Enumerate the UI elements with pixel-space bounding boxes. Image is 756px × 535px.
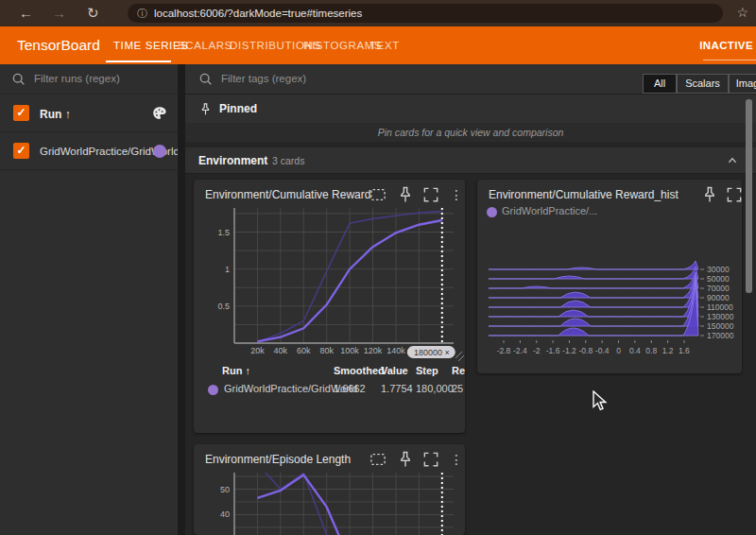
runs-column-label[interactable]: Run ↑ xyxy=(40,108,71,121)
svg-text:0: 0 xyxy=(616,346,621,355)
svg-text:50: 50 xyxy=(220,485,230,494)
select-all-checkbox[interactable]: ✓ xyxy=(13,105,29,121)
tensorboard-header: TensorBoard TIME SERIES SCALARS DISTRIBU… xyxy=(0,26,756,64)
environment-section-header[interactable]: Environment 3 cards xyxy=(185,147,756,174)
svg-text:30000: 30000 xyxy=(707,265,730,274)
card-title: Environment/Episode Length xyxy=(205,453,351,466)
pin-icon[interactable] xyxy=(396,450,415,469)
more-options-icon[interactable]: ⋮ xyxy=(447,450,466,469)
section-title: Environment xyxy=(198,154,267,167)
mouse-cursor xyxy=(593,390,608,411)
browser-toolbar: ← → ↻ ⓘlocalhost:6006/?darkMode=true#tim… xyxy=(0,0,756,26)
runs-filter-row: Filter runs (regex) xyxy=(0,64,178,95)
svg-text:-1.2: -1.2 xyxy=(562,346,576,355)
svg-text:0.8: 0.8 xyxy=(645,346,657,355)
tag-filter-input[interactable]: Filter tags (regex) xyxy=(221,73,306,84)
run-list-item[interactable]: ✓ GridWorldPractice/GridWorld xyxy=(0,132,178,170)
tag-filter-row: Filter tags (regex) All Scalars Image xyxy=(185,64,756,95)
url-bar[interactable]: ⓘlocalhost:6006/?darkMode=true#timeserie… xyxy=(128,4,723,23)
svg-text:-2.4: -2.4 xyxy=(513,346,527,355)
table-cell-value: 1.7754 xyxy=(381,383,413,394)
svg-text:170000: 170000 xyxy=(707,331,734,340)
fullscreen-icon[interactable] xyxy=(421,450,440,469)
scrollbar-thumb[interactable] xyxy=(746,99,752,293)
card-episode-length: Environment/Episode Length ⋮ 5040 xyxy=(194,444,465,535)
svg-text:-2: -2 xyxy=(533,346,541,355)
pin-icon[interactable] xyxy=(700,185,719,204)
runs-filter-input[interactable]: Filter runs (regex) xyxy=(34,73,120,84)
table-cell-relative: 25 xyxy=(452,383,463,394)
search-icon xyxy=(198,72,214,87)
svg-text:40: 40 xyxy=(220,509,230,519)
svg-text:80k: 80k xyxy=(319,346,334,355)
table-header-relative[interactable]: Re xyxy=(452,365,465,376)
svg-text:150000: 150000 xyxy=(707,321,734,331)
status-badge[interactable]: INACTIVE xyxy=(699,40,753,51)
filter-scalars-button[interactable]: Scalars xyxy=(677,74,729,94)
card-cumulative-reward: Environment/Cumulative Reward ⋮ 20k40k60… xyxy=(194,180,465,433)
svg-text:60k: 60k xyxy=(297,346,311,355)
pin-icon xyxy=(198,101,213,117)
more-options-icon[interactable]: ⋮ xyxy=(447,185,466,204)
svg-text:-0.4: -0.4 xyxy=(595,346,610,355)
card-cumulative-reward-hist: Environment/Cumulative Reward_hist GridW… xyxy=(477,180,742,373)
table-cell-step: 180,000 xyxy=(416,383,454,394)
svg-text:40k: 40k xyxy=(274,346,288,355)
svg-text:140k: 140k xyxy=(387,346,405,355)
tab-scalars[interactable]: SCALARS xyxy=(178,40,232,51)
svg-text:70000: 70000 xyxy=(707,284,730,293)
fit-to-data-icon[interactable] xyxy=(369,185,387,204)
site-info-icon[interactable]: ⓘ xyxy=(137,8,147,19)
svg-text:50000: 50000 xyxy=(707,274,730,284)
url-text: localhost:6006/?darkMode=true#timeseries xyxy=(154,8,362,19)
legend-run-name: GridWorldPractice/... xyxy=(502,205,597,216)
card-title: Environment/Cumulative Reward_hist xyxy=(489,188,679,201)
svg-text:0.5: 0.5 xyxy=(217,302,230,311)
active-tab-underline xyxy=(106,60,171,62)
brand-logo: TensorBoard xyxy=(17,37,100,54)
table-cell-smoothed: 1.6662 xyxy=(334,383,366,394)
svg-text:1.5: 1.5 xyxy=(217,228,230,237)
pinned-label: Pinned xyxy=(219,102,257,115)
status-underline xyxy=(703,60,756,60)
filter-image-button[interactable]: Image xyxy=(729,74,756,94)
runs-sidebar: Filter runs (regex) ✓ Run ↑ ✓ GridWorldP… xyxy=(0,64,178,535)
table-header-value[interactable]: Value xyxy=(381,365,408,376)
forward-icon[interactable]: → xyxy=(52,0,66,26)
reload-icon[interactable]: ↻ xyxy=(87,0,99,26)
svg-text:180000 ×: 180000 × xyxy=(414,348,450,357)
filter-all-button[interactable]: All xyxy=(643,74,677,94)
table-header-smoothed[interactable]: Smoothed xyxy=(334,365,385,376)
section-card-count: 3 cards xyxy=(272,155,304,166)
palette-icon[interactable] xyxy=(151,105,167,121)
svg-text:120k: 120k xyxy=(364,346,383,355)
search-icon xyxy=(11,72,26,87)
svg-text:1: 1 xyxy=(225,265,230,274)
runs-header-row: ✓ Run ↑ xyxy=(0,95,178,132)
svg-text:20k: 20k xyxy=(250,346,265,355)
svg-text:110000: 110000 xyxy=(707,302,733,312)
run-color-swatch[interactable] xyxy=(153,145,166,158)
card-title: Environment/Cumulative Reward xyxy=(205,188,370,201)
table-header-step[interactable]: Step xyxy=(416,365,438,376)
sidebar-resizer[interactable] xyxy=(178,64,185,535)
cumulative-reward-chart[interactable]: 20k40k60k80k100k120k140k160k0.511.518000… xyxy=(194,206,465,365)
legend-color-dot xyxy=(487,207,497,217)
pin-icon[interactable] xyxy=(396,185,415,204)
run-color-dot xyxy=(208,385,218,395)
fit-to-data-icon[interactable] xyxy=(369,450,387,469)
run-checkbox[interactable]: ✓ xyxy=(13,143,29,159)
tab-text[interactable]: TEXT xyxy=(369,40,400,51)
svg-text:0.4: 0.4 xyxy=(629,346,641,355)
fullscreen-icon[interactable] xyxy=(725,185,744,204)
reward-histogram-chart[interactable]: 3000050000700009000011000013000015000017… xyxy=(477,236,742,373)
chevron-up-icon[interactable] xyxy=(726,154,739,167)
svg-text:90000: 90000 xyxy=(707,293,730,302)
bookmark-star-icon[interactable]: ☆ xyxy=(736,5,748,20)
table-header-run[interactable]: Run ↑ xyxy=(222,365,250,376)
fullscreen-icon[interactable] xyxy=(421,185,440,204)
back-icon[interactable]: ← xyxy=(19,0,33,26)
svg-text:130000: 130000 xyxy=(707,312,734,321)
episode-length-chart[interactable]: 5040 xyxy=(194,473,465,535)
svg-text:-2.8: -2.8 xyxy=(497,346,511,355)
